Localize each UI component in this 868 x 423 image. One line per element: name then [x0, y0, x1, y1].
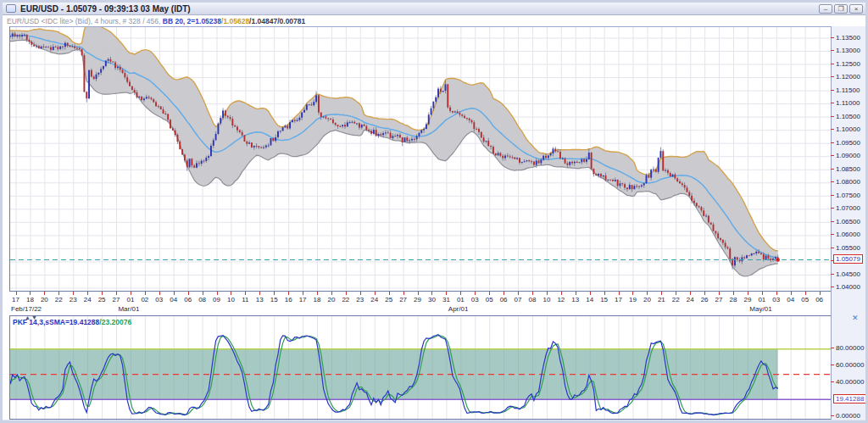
- time-axis-label: 20: [324, 296, 339, 303]
- time-axis-label: 10: [223, 296, 238, 303]
- time-axis-label: 08: [195, 296, 210, 303]
- time-axis-label: 17: [8, 296, 24, 303]
- month-label: Apr/01: [448, 305, 469, 313]
- time-axis-label: 08: [525, 296, 540, 303]
- price-axis-label: 1.07000: [836, 204, 860, 212]
- price-axis-label: 1.09500: [836, 139, 860, 147]
- month-label: Mar/01: [118, 305, 139, 313]
- window-titlebar[interactable]: EUR/USD - 1.05079 - 09:39:13 03 May (IDT…: [3, 3, 865, 15]
- time-axis-label: 25: [94, 296, 109, 303]
- time-axis-label: 12: [554, 296, 569, 303]
- panel-collapse-arrows-icon[interactable]: ▲▼: [25, 314, 38, 320]
- time-axis-label: 06: [812, 296, 827, 303]
- time-axis-label: 22: [51, 296, 66, 303]
- close-button[interactable]: ×: [849, 4, 863, 14]
- price-axis-label: 1.11000: [836, 99, 860, 107]
- legend-bollinger-upper: /1.05628: [221, 17, 249, 25]
- time-tick: [431, 292, 432, 295]
- indicator-value-badge: 19.41288: [833, 394, 866, 404]
- time-axis-label: 13: [568, 296, 583, 303]
- price-tick: [831, 287, 834, 287]
- time-axis-label: 09: [209, 296, 225, 303]
- time-axis-label: 25: [381, 296, 397, 303]
- chart-window-icon: [6, 4, 16, 13]
- time-tick: [719, 292, 720, 295]
- price-tick: [831, 90, 834, 91]
- time-axis-label: 07: [510, 296, 526, 303]
- time-tick: [317, 292, 318, 295]
- time-axis-label: 13: [252, 296, 267, 303]
- time-tick: [604, 292, 605, 295]
- time-tick: [102, 292, 103, 295]
- window-title: EUR/USD - 1.05079 - 09:39:13 03 May (IDT…: [20, 4, 191, 14]
- time-tick: [704, 292, 705, 295]
- indicator-label-signal: /23.20076: [99, 318, 131, 326]
- price-axis-label: 1.08000: [836, 178, 860, 186]
- time-axis-label: 29: [410, 296, 426, 303]
- time-axis-label: 01: [123, 296, 138, 303]
- price-axis-label: 1.13500: [836, 34, 860, 42]
- price-tick: [831, 155, 834, 156]
- price-tick: [831, 274, 834, 275]
- time-tick: [489, 292, 490, 295]
- price-axis-label: 1.12000: [836, 73, 860, 81]
- time-tick: [733, 292, 734, 295]
- time-axis-label: 01: [754, 296, 770, 303]
- time-tick: [690, 292, 691, 295]
- time-tick: [58, 292, 59, 295]
- indicator-tick: [831, 348, 834, 348]
- time-tick: [676, 292, 676, 295]
- time-tick: [174, 292, 175, 295]
- price-tick: [831, 129, 834, 130]
- time-tick: [16, 292, 17, 295]
- price-tick: [831, 76, 834, 77]
- time-tick: [547, 292, 548, 295]
- time-tick: [245, 292, 246, 295]
- time-axis-label: 28: [726, 296, 741, 303]
- stochastic-chart-canvas[interactable]: [9, 315, 831, 420]
- time-axis-label: 03: [467, 296, 482, 303]
- time-tick: [188, 292, 189, 295]
- time-tick: [661, 292, 662, 295]
- time-axis-label: 15: [266, 296, 281, 303]
- time-axis-label: 01: [453, 296, 468, 303]
- month-label: Feb/17/22: [11, 305, 42, 313]
- time-tick: [619, 292, 620, 295]
- time-tick: [576, 292, 576, 295]
- chart-legend: EUR/USD <IDC lite> (Bid), 4 hours, # 328…: [7, 17, 305, 26]
- time-axis-label: 26: [697, 296, 712, 303]
- time-axis-label: 11: [237, 296, 253, 303]
- minimize-button[interactable]: –: [819, 4, 832, 14]
- time-tick: [820, 292, 821, 295]
- price-tick: [831, 103, 834, 103]
- price-axis-label: 1.06500: [836, 218, 860, 225]
- time-axis[interactable]: 1718202223242527010203040608091011131516…: [9, 292, 831, 315]
- time-tick: [331, 292, 332, 295]
- time-axis-label: 24: [367, 296, 382, 303]
- price-tick: [831, 234, 834, 235]
- time-tick: [44, 292, 45, 295]
- price-tick: [831, 195, 834, 196]
- time-tick: [217, 292, 218, 295]
- time-tick: [590, 292, 591, 295]
- time-tick: [145, 292, 146, 295]
- time-tick: [131, 292, 131, 295]
- time-axis-label: 04: [166, 296, 181, 303]
- time-tick: [159, 292, 160, 295]
- legend-bollinger-mid: BB 20, 2=1.05238: [163, 17, 221, 25]
- time-tick: [647, 292, 648, 295]
- time-tick: [791, 292, 792, 295]
- time-tick: [561, 292, 562, 295]
- restore-button[interactable]: ❐: [834, 4, 848, 14]
- time-tick: [475, 292, 476, 295]
- time-tick: [632, 292, 633, 295]
- price-axis-label: 1.04000: [836, 283, 860, 291]
- time-tick: [87, 292, 88, 295]
- time-tick: [776, 292, 777, 295]
- time-axis-label: 18: [22, 296, 37, 303]
- last-price-dot: [776, 258, 780, 261]
- price-chart-canvas[interactable]: [9, 26, 831, 292]
- time-axis-label: 06: [181, 296, 196, 303]
- indicator-close-icon[interactable]: ✕: [852, 314, 859, 322]
- price-tick: [831, 248, 834, 248]
